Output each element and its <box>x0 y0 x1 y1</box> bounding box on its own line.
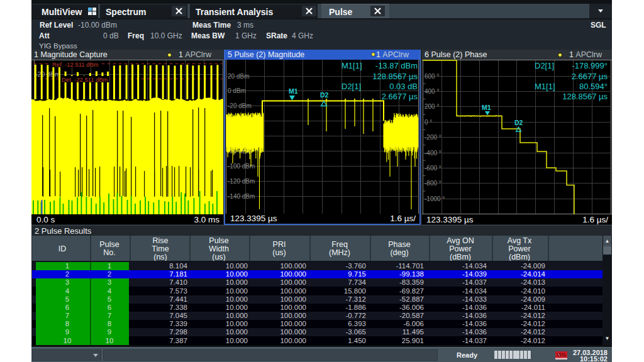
svg-text:D2: D2 <box>514 119 523 126</box>
svg-text:D2: D2 <box>320 91 329 99</box>
svg-text:M1: M1 <box>289 87 298 95</box>
svg-text:200 °: 200 ° <box>425 103 439 110</box>
svg-text:-400 °: -400 ° <box>425 150 441 156</box>
svg-text:-120 dBm: -120 dBm <box>228 178 255 185</box>
svg-text:128.8567 µs: 128.8567 µs <box>372 72 418 81</box>
svg-text:2.6677 µs: 2.6677 µs <box>382 92 418 101</box>
svg-text:-140 dBm: -140 dBm <box>228 193 255 200</box>
svg-text:0 °: 0 ° <box>425 119 432 126</box>
svg-text:2.6677 µs: 2.6677 µs <box>572 72 608 81</box>
svg-text:128.8567 µs: 128.8567 µs <box>562 92 608 101</box>
svg-text:-1000 °: -1000 ° <box>425 195 445 202</box>
svg-text:0 dBm: 0 dBm <box>228 87 246 94</box>
svg-text:80.594°: 80.594° <box>579 82 608 91</box>
svg-text:M1[1]: M1[1] <box>535 82 555 91</box>
svg-text:-20 dBm: -20 dBm <box>228 102 252 109</box>
svg-text:600 °: 600 ° <box>425 73 439 80</box>
svg-text:M1[1]: M1[1] <box>341 61 362 70</box>
svg-text:0.03 dB: 0.03 dB <box>389 82 418 91</box>
svg-text:M1: M1 <box>482 104 491 111</box>
svg-text:Det. -22.511 dBm: Det. -22.511 dBm <box>62 76 108 83</box>
svg-text:-178.999°: -178.999° <box>572 61 608 70</box>
svg-text:20 dBm: 20 dBm <box>228 73 249 80</box>
svg-text:400 °: 400 ° <box>425 88 439 95</box>
svg-text:Ref. -12.511 dBm: Ref. -12.511 dBm <box>52 61 99 68</box>
svg-text:D2[1]: D2[1] <box>341 82 361 91</box>
svg-text:-800 °: -800 ° <box>425 180 441 187</box>
svg-text:-600 °: -600 ° <box>425 165 441 172</box>
svg-text:-200 °: -200 ° <box>425 134 441 141</box>
svg-text:-13.87 dBm: -13.87 dBm <box>375 61 418 70</box>
svg-text:D2[1]: D2[1] <box>535 61 554 70</box>
